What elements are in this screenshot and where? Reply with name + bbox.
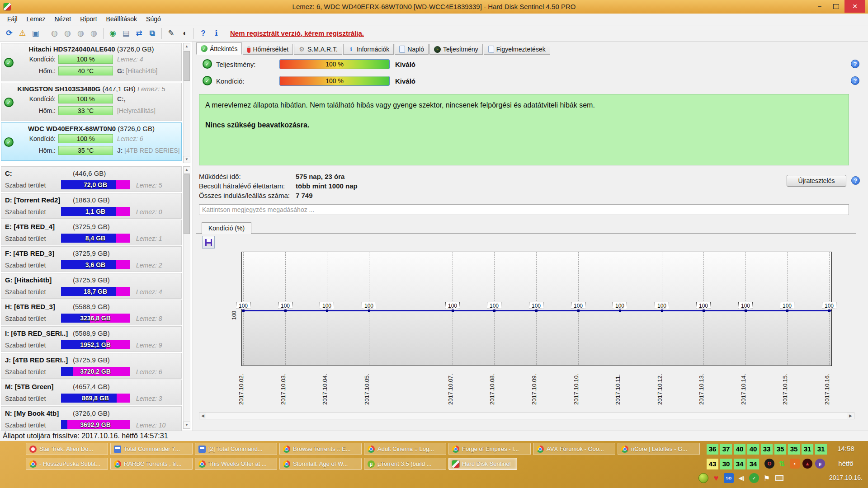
tray-temperature-badge[interactable]: 34 (747, 459, 759, 469)
scroll-right-arrow-icon[interactable]: ▶ (847, 413, 854, 419)
tab-temperature[interactable]: Hőmérséklet (243, 44, 293, 55)
partition-row[interactable]: I: [6TB RED_SERI..](5588,9 GB)Szabad ter… (1, 326, 182, 352)
tab-smart[interactable]: ⚙S.M.A.R.T. (294, 44, 342, 55)
tray-flame-icon[interactable]: ▲ (802, 459, 812, 469)
partition-row[interactable]: M: [5TB Green](4657,4 GB)Szabad terület8… (1, 380, 182, 405)
partition-row[interactable]: F: [4TB RED_3](3725,9 GB)Szabad terület3… (1, 246, 182, 272)
toolbar-disk-warning-icon[interactable]: ⚠ (16, 28, 28, 39)
tab-overview[interactable]: ✓Áttekintés (196, 42, 242, 55)
comment-input[interactable] (199, 204, 849, 215)
menu-view[interactable]: Nézet (50, 14, 76, 25)
tab-log[interactable]: Napló (395, 44, 429, 55)
toolbar-monitors-icon[interactable]: ⧉ (146, 28, 158, 39)
maximize-button[interactable] (828, 0, 844, 13)
register-link[interactable]: Nem regisztrált verzió, kérem regisztrál… (230, 29, 364, 37)
toolbar-sync-icon[interactable]: ⇄ (133, 28, 145, 39)
scroll-left-arrow-icon[interactable]: ◀ (199, 413, 206, 419)
toolbar-acoustic-icon[interactable]: ◖ (178, 28, 190, 39)
partition-row[interactable]: N: [My Book 4tb](3726,0 GB)Szabad terüle… (1, 406, 182, 431)
taskbar-item-totalcmd[interactable]: Total Commander 7... (110, 443, 193, 455)
menu-file[interactable]: Fájl (3, 14, 22, 25)
disk-item-2[interactable]: KINGSTON SH103S3480G (447,1 GB) Lemez: 5… (1, 83, 182, 121)
toolbar-surface-test-icon[interactable]: ✎ (165, 28, 177, 39)
tray-avg-icon[interactable] (698, 473, 708, 483)
tab-performance[interactable]: ◔Teljesítmény (429, 44, 483, 55)
close-button[interactable]: ✕ (844, 0, 865, 13)
clock-day[interactable]: hétfő (826, 460, 865, 467)
taskbar-item-opera[interactable]: Star Trek: Alien Do... (26, 443, 108, 455)
tray-temperature-badge[interactable]: 35 (788, 444, 800, 455)
minimize-button[interactable]: – (812, 0, 827, 13)
toolbar-disk-4-icon[interactable]: ◍ (88, 28, 100, 39)
tray-temperature-badge[interactable]: 34 (734, 459, 745, 469)
tray-temperature-badge[interactable]: 40 (747, 444, 759, 455)
clock-time[interactable]: 14:58 (826, 445, 865, 452)
toolbar-help-icon[interactable]: ? (197, 28, 209, 39)
toolbar-report-icon[interactable]: ▤ (120, 28, 132, 39)
taskbar-item-chrome[interactable]: - HosszuPuska Subtit... (26, 458, 108, 470)
help-icon[interactable]: ? (851, 76, 859, 85)
retest-button[interactable]: Újratesztelés (787, 175, 846, 187)
scroll-up-arrow-icon[interactable]: ▲ (183, 166, 190, 174)
save-chart-button[interactable] (202, 236, 215, 249)
tray-temperature-badge[interactable]: 35 (774, 444, 786, 455)
taskbar-item-chrome[interactable]: AVX Fórumok - Goo... (533, 443, 615, 455)
tray-temperature-badge[interactable]: 36 (707, 444, 718, 455)
tray-updown-arrows-icon[interactable]: ⇅ (777, 459, 787, 469)
partition-row[interactable]: H: [6TB RED_3](5588,9 GB)Szabad terület3… (1, 300, 182, 325)
disk-item-1[interactable]: Hitachi HDS724040ALE640 (3726,0 GB)✓Kond… (1, 43, 182, 81)
menu-report[interactable]: Riport (75, 14, 101, 25)
scroll-down-arrow-icon[interactable]: ▼ (183, 156, 190, 163)
toolbar-info-icon[interactable]: ℹ (210, 28, 222, 39)
menu-settings[interactable]: Beállítások (102, 14, 142, 25)
chart-tab-condition[interactable]: Kondíció (%) (202, 222, 251, 234)
tray-temperature-badge[interactable]: 40 (734, 444, 745, 455)
menu-disk[interactable]: Lemez (22, 14, 50, 25)
taskbar-item-chrome[interactable]: Forge of Empires - I... (448, 443, 531, 455)
tab-information[interactable]: iInformációk (343, 44, 394, 55)
tray-temperature-badge[interactable]: 43 (707, 459, 718, 469)
tray-safely-remove-icon[interactable]: ✓ (749, 473, 759, 483)
taskbar-item-chrome[interactable]: nCore | Letöltés - G... (618, 443, 700, 455)
toolbar-disk-2-icon[interactable]: ◍ (61, 28, 74, 39)
tray-temperature-badge[interactable]: 31 (815, 444, 827, 455)
taskbar-item-totalcmd[interactable]: [2] Total Command... (195, 443, 277, 455)
toolbar-refresh-icon[interactable]: ⟳ (3, 28, 15, 39)
tab-alerts[interactable]: Figyelmeztetések (484, 44, 550, 55)
taskbar-item-chrome[interactable]: This Weeks Offer at ... (195, 458, 277, 470)
toolbar-globe-icon[interactable]: ◉ (107, 28, 119, 39)
menu-help[interactable]: Súgó (142, 14, 165, 25)
taskbar-item-chrome[interactable]: Browse Torrents :: E... (279, 443, 362, 455)
taskbar-item-hard-disk-sentinel[interactable]: Hard Disk Sentinel (448, 458, 517, 470)
tray-speaker-icon[interactable]: ◀) (736, 473, 746, 483)
tray-temperature-badge[interactable]: 30 (720, 459, 732, 469)
disk-item-3[interactable]: WDC WD40EFRX-68WT0N0 (3726,0 GB)✓Kondíci… (1, 122, 182, 161)
tray-temperature-badge[interactable]: 37 (720, 444, 732, 455)
tray-sb-app-icon[interactable]: SB (724, 473, 734, 483)
chart-horizontal-scrollbar[interactable]: ◀ ▶ (199, 412, 854, 419)
scroll-up-arrow-icon[interactable]: ▲ (183, 43, 190, 50)
tray-network-icon[interactable] (774, 473, 784, 483)
scrollbar-thumb[interactable] (184, 174, 190, 234)
help-icon[interactable]: ? (851, 60, 859, 68)
partition-row[interactable]: J: [4TB RED SERI..](3725,9 GB)Szabad ter… (1, 353, 182, 379)
clock-date[interactable]: 2017.10.16. (826, 474, 865, 481)
taskbar-item-chrome[interactable]: Stormfall: Age of W... (279, 458, 362, 470)
taskbar-item-utorrent[interactable]: µµTorrent 3.5 (build ... (364, 458, 446, 470)
partition-row[interactable]: C:(446,6 GB)Szabad terület72,0 GBLemez: … (1, 166, 182, 192)
toolbar-disk-3-icon[interactable]: ◍ (75, 28, 87, 39)
tray-flag-icon[interactable]: ⚑ (762, 473, 772, 483)
toolbar-disk-1-icon[interactable]: ◍ (48, 28, 61, 39)
tray-orange-app-icon[interactable]: ▪ (790, 459, 800, 469)
taskbar-item-chrome[interactable]: RARBG Torrents , fil... (110, 458, 193, 470)
partition-row[interactable]: D: [Torrent Red2](1863,0 GB)Szabad terül… (1, 193, 182, 219)
partition-row[interactable]: E: [4TB RED_4](3725,9 GB)Szabad terület8… (1, 220, 182, 245)
tray-opera-tray-icon[interactable]: O (764, 459, 774, 469)
partition-row[interactable]: G: [Hitachi4tb](3725,9 GB)Szabad terület… (1, 273, 182, 299)
scroll-down-arrow-icon[interactable]: ▼ (183, 422, 190, 429)
tray-utorrent-tray-icon[interactable]: µ (815, 459, 825, 469)
tray-temperature-badge[interactable]: 31 (802, 444, 813, 455)
toolbar-monitor-icon[interactable]: ▣ (29, 28, 42, 39)
scrollbar-thumb[interactable] (184, 51, 190, 81)
tray-heart-icon[interactable]: ♥ (711, 473, 721, 483)
